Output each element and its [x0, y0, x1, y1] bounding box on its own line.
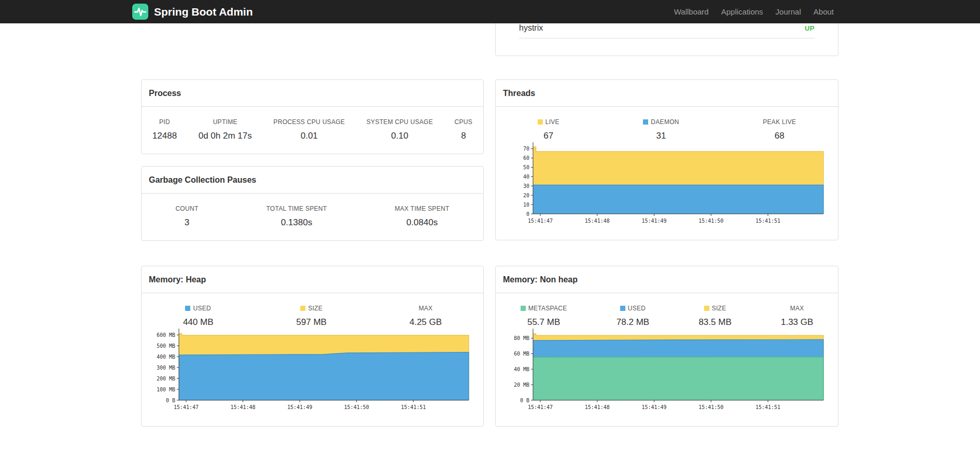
svg-text:40 MB: 40 MB — [514, 366, 529, 372]
process-metrics: PID 12488 UPTIME 0d 0h 2m 17s PROCESS CP… — [142, 107, 483, 141]
legend-swatch-metaspace-icon — [521, 306, 526, 311]
metric-value: 0.10 — [367, 131, 433, 141]
legend-swatch-used-icon — [620, 306, 625, 311]
metric-system-cpu: SYSTEM CPU USAGE 0.10 — [367, 118, 433, 141]
metric-uptime: UPTIME 0d 0h 2m 17s — [199, 118, 252, 141]
svg-text:600 MB: 600 MB — [157, 332, 175, 338]
svg-text:30: 30 — [523, 183, 529, 189]
svg-text:15:41:48: 15:41:48 — [230, 404, 255, 410]
legend-label: USED — [183, 305, 214, 312]
legend-metaspace: METASPACE 55.7 MB — [521, 305, 567, 328]
legend-label: DAEMON — [643, 118, 679, 126]
svg-text:0 B: 0 B — [166, 398, 175, 403]
metric-value: 0.1380s — [266, 217, 327, 228]
svg-text:15:41:51: 15:41:51 — [755, 218, 780, 224]
svg-text:300 MB: 300 MB — [157, 365, 175, 371]
svg-text:20 MB: 20 MB — [514, 382, 529, 388]
legend-used: USED 440 MB — [183, 305, 214, 328]
metric-cpus: CPUS 8 — [455, 118, 473, 141]
svg-text:400 MB: 400 MB — [157, 354, 175, 360]
svg-text:200 MB: 200 MB — [157, 376, 175, 382]
svg-text:50: 50 — [523, 165, 529, 170]
legend-max: MAX 1.33 GB — [781, 305, 813, 328]
metric-label: CPUS — [455, 118, 473, 126]
nav-link-applications[interactable]: Applications — [715, 7, 769, 16]
svg-text:15:41:50: 15:41:50 — [698, 404, 723, 410]
legend-size: SIZE 597 MB — [296, 305, 327, 328]
svg-text:15:41:50: 15:41:50 — [698, 218, 723, 224]
svg-text:15:41:47: 15:41:47 — [528, 404, 553, 410]
svg-text:500 MB: 500 MB — [157, 343, 175, 349]
nav-link-wallboard[interactable]: Wallboard — [668, 7, 715, 16]
legend-label: PEAK LIVE — [763, 118, 796, 126]
heap-legend: USED 440 MB SIZE 597 MB MAX 4.25 GB — [142, 293, 483, 328]
svg-text:15:41:49: 15:41:49 — [287, 404, 312, 410]
spring-boot-admin-logo-icon — [132, 4, 148, 20]
gc-panel: Garbage Collection Pauses COUNT 3 TOTAL … — [141, 166, 484, 241]
panel-title: Process — [142, 80, 483, 107]
legend-label: MAX — [410, 305, 442, 312]
svg-text:15:41:51: 15:41:51 — [401, 404, 426, 410]
panel-title: Memory: Heap — [142, 266, 483, 293]
threads-legend: LIVE 67 DAEMON 31 PEAK LIVE 68 — [496, 107, 838, 141]
metric-gc-total-time: TOTAL TIME SPENT 0.1380s — [266, 205, 327, 228]
metric-label: PROCESS CPU USAGE — [273, 118, 345, 126]
memory-nonheap-panel: Memory: Non heap METASPACE 55.7 MB USED … — [495, 266, 838, 427]
panel-title: Memory: Non heap — [496, 266, 838, 293]
svg-text:15:41:51: 15:41:51 — [755, 404, 780, 410]
metric-value: 12488 — [152, 131, 177, 141]
brand[interactable]: Spring Boot Admin — [132, 4, 253, 20]
metric-value: 3 — [175, 217, 198, 228]
legend-max: MAX 4.25 GB — [410, 305, 442, 328]
brand-title: Spring Boot Admin — [154, 6, 253, 18]
metric-value: 8 — [455, 131, 473, 141]
nav-links: Wallboard Applications Journal About — [668, 7, 840, 16]
nonheap-legend: METASPACE 55.7 MB USED 78.2 MB SIZE 83.5… — [496, 293, 838, 328]
legend-live: LIVE 67 — [538, 118, 559, 141]
legend-swatch-live-icon — [538, 119, 543, 125]
legend-used: USED 78.2 MB — [617, 305, 649, 328]
svg-text:15:41:49: 15:41:49 — [641, 218, 666, 224]
top-navbar: Spring Boot Admin Wallboard Applications… — [0, 0, 980, 23]
metric-gc-count: COUNT 3 — [175, 205, 198, 228]
memory-heap-panel: Memory: Heap USED 440 MB SIZE 597 MB MAX… — [141, 266, 484, 427]
heap-chart: 0 B100 MB200 MB300 MB400 MB500 MB600 MB1… — [142, 326, 483, 427]
panel-title: Threads — [496, 80, 838, 107]
metric-label: COUNT — [175, 205, 198, 212]
svg-text:15:41:50: 15:41:50 — [344, 404, 369, 410]
metric-pid: PID 12488 — [152, 118, 177, 141]
svg-text:15:41:47: 15:41:47 — [174, 404, 199, 410]
legend-daemon: DAEMON 31 — [643, 118, 679, 141]
legend-swatch-size-icon — [704, 306, 709, 311]
svg-text:15:41:48: 15:41:48 — [585, 404, 610, 410]
nav-link-about[interactable]: About — [807, 7, 840, 16]
legend-label: LIVE — [538, 118, 559, 126]
metric-gc-max-time: MAX TIME SPENT 0.0840s — [395, 205, 449, 228]
metric-process-cpu: PROCESS CPU USAGE 0.01 — [273, 118, 345, 141]
svg-text:10: 10 — [523, 202, 529, 208]
legend-label: SIZE — [698, 305, 731, 312]
nav-link-journal[interactable]: Journal — [769, 7, 807, 16]
threads-chart: 01020304050607015:41:4715:41:4815:41:491… — [496, 140, 838, 241]
legend-label: METASPACE — [521, 305, 567, 312]
svg-text:15:41:48: 15:41:48 — [585, 218, 610, 224]
svg-text:80 MB: 80 MB — [514, 335, 529, 341]
legend-peak-live: PEAK LIVE 68 — [763, 118, 796, 141]
metric-value: 0.01 — [273, 131, 345, 141]
legend-label: USED — [617, 305, 649, 312]
threads-panel: Threads LIVE 67 DAEMON 31 PEAK LIVE 68 0… — [495, 79, 838, 240]
nonheap-chart: 0 B20 MB40 MB60 MB80 MB15:41:4715:41:481… — [496, 326, 838, 427]
metric-label: MAX TIME SPENT — [395, 205, 449, 212]
metric-label: SYSTEM CPU USAGE — [367, 118, 433, 126]
legend-label: SIZE — [296, 305, 327, 312]
metric-value: 0d 0h 2m 17s — [199, 131, 252, 141]
status-badge: UP — [805, 24, 815, 32]
metric-label: PID — [152, 118, 177, 126]
legend-swatch-size-icon — [300, 306, 305, 311]
svg-text:20: 20 — [523, 193, 529, 198]
svg-text:60 MB: 60 MB — [514, 351, 529, 357]
svg-text:15:41:47: 15:41:47 — [528, 218, 553, 224]
legend-swatch-daemon-icon — [643, 119, 648, 125]
service-name: hystrix — [519, 23, 543, 33]
gc-metrics: COUNT 3 TOTAL TIME SPENT 0.1380s MAX TIM… — [142, 194, 483, 228]
